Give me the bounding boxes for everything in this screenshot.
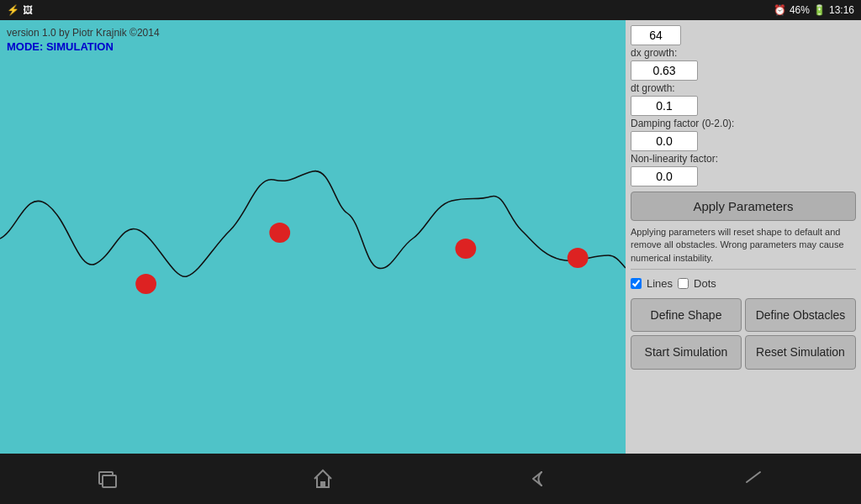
dx-growth-row: dx growth: [631,47,856,81]
obstacle-dot-4[interactable] [568,248,589,268]
define-shape-button[interactable]: Define Shape [631,298,742,332]
obstacle-dot-2[interactable] [269,223,290,243]
damping-label: Damping factor (0-2.0): [631,118,856,129]
damping-input[interactable] [631,131,698,151]
nonlinearity-row: Non-linearity factor: [631,153,856,186]
status-left: ⚡ 🖼 [7,4,33,16]
menu-icon[interactable] [728,462,779,496]
battery-percent: 46% [790,4,810,16]
define-obstacles-button[interactable]: Define Obstacles [745,298,856,332]
dx-growth-input[interactable] [631,60,698,81]
nonlinearity-label: Non-linearity factor: [631,153,856,165]
start-simulation-button[interactable]: Start Simulation [631,335,742,369]
dots-label: Dots [694,277,716,290]
battery-icon: 🔋 [813,4,826,16]
dt-growth-input[interactable] [631,96,698,116]
obstacle-dot-3[interactable] [455,239,476,259]
simulation-area[interactable]: version 1.0 by Piotr Krajnik ©2014 MODE:… [0,20,626,454]
dt-growth-label: dt growth: [631,82,856,94]
usb-icon: ⚡ [7,4,19,16]
dots-checkbox[interactable] [678,278,689,289]
clock: 13:16 [829,4,854,16]
damping-row: Damping factor (0-2.0): [631,118,856,151]
lines-checkbox[interactable] [631,278,642,289]
display-options-row: Lines Dots [631,277,856,290]
dt-growth-row: dt growth: [631,82,856,116]
dx-growth-label: dx growth: [631,47,856,59]
svg-rect-2 [320,481,325,487]
status-bar: ⚡ 🖼 ⏰ 46% 🔋 13:16 [0,0,861,20]
apply-info-text: Applying parameters will reset shape to … [631,226,856,265]
wave-canvas[interactable] [0,20,626,454]
resolution-input[interactable] [631,25,681,45]
bottom-buttons: Define Shape Define Obstacles Start Simu… [631,298,856,369]
divider [631,269,856,270]
resolution-row [631,25,856,45]
home-icon[interactable] [298,462,348,496]
image-icon: 🖼 [23,4,33,16]
obstacle-dot-1[interactable] [135,274,156,294]
nonlinearity-input[interactable] [631,166,698,186]
back-icon[interactable] [513,462,563,496]
main-area: version 1.0 by Piotr Krajnik ©2014 MODE:… [0,20,861,454]
nav-bar [0,454,861,504]
lines-label: Lines [647,277,673,290]
right-panel: dx growth: dt growth: Damping factor (0-… [626,20,861,454]
recent-apps-icon[interactable] [82,462,133,496]
apply-parameters-button[interactable]: Apply Parameters [631,192,856,221]
svg-rect-1 [103,475,116,487]
status-right: ⏰ 46% 🔋 13:16 [774,4,854,16]
alarm-icon: ⏰ [774,4,786,16]
reset-simulation-button[interactable]: Reset Simulation [745,335,856,369]
